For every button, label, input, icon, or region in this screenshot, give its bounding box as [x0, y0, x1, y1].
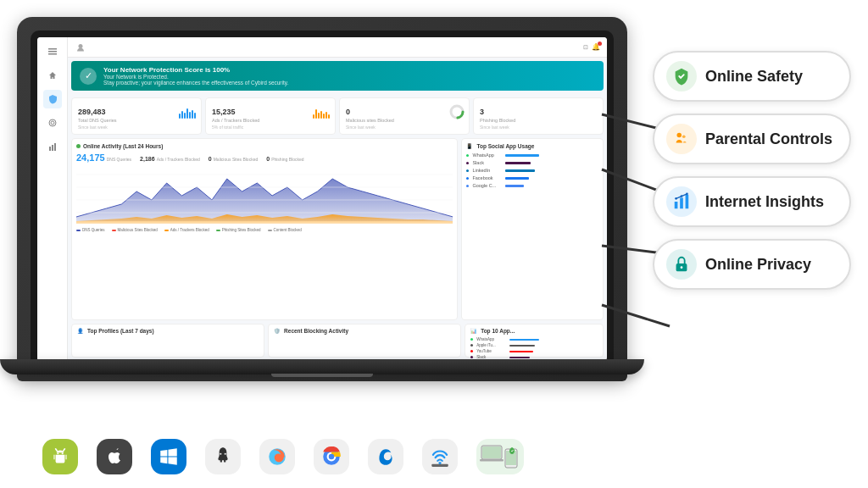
list-item: Slack	[466, 160, 598, 165]
legend-ads: Ads / Trackers Blocked	[164, 228, 209, 232]
android-icon	[49, 446, 71, 468]
chart-svg	[76, 166, 453, 225]
protection-banner: ✓ Your Network Protection Score is 100% …	[71, 61, 604, 91]
svg-point-36	[329, 454, 335, 460]
stat-ads-note: 5% of total traffic	[212, 125, 329, 130]
svg-point-19	[676, 133, 682, 138]
chart-icon	[672, 192, 691, 211]
svg-rect-40	[482, 446, 501, 458]
feature-pill-safety[interactable]: Online Safety	[653, 51, 851, 102]
stat-ads-number: 15,235	[212, 108, 236, 116]
topbar-window-icon[interactable]: ⊡	[583, 44, 588, 51]
chrome-icon	[320, 446, 342, 468]
app-icon-edge[interactable]	[368, 439, 403, 474]
firefox-icon	[266, 446, 288, 468]
svg-point-4	[49, 119, 56, 126]
app-icon-firefox[interactable]	[259, 439, 295, 474]
stat-dns-label: Total DNS Queries	[78, 118, 195, 123]
topbar-bell-icon[interactable]: 🔔	[592, 43, 600, 51]
stat-ads: 15,235 Ads / Trackers Blocked 5% of tota…	[205, 97, 336, 135]
top-apps-card: 📊 Top 10 App... WhatsApp Apple iTu... Yo…	[465, 324, 604, 358]
svg-rect-38	[431, 464, 448, 467]
top-profiles-title: 👤 Top Profiles (Last 7 days)	[77, 328, 259, 334]
svg-point-24	[675, 197, 677, 200]
list-item: YouTube	[470, 349, 598, 353]
topbar-avatar-icon	[75, 42, 86, 53]
parental-icon-circle	[666, 124, 697, 154]
svg-point-28	[681, 266, 683, 269]
app-icon-chrome[interactable]	[314, 439, 349, 474]
svg-rect-7	[54, 143, 56, 151]
sidebar-icon-shield[interactable]	[43, 90, 62, 108]
stat-phishing: 3 Phishing Blocked Since last week	[473, 97, 604, 135]
app-icon-windows[interactable]	[151, 439, 186, 474]
sidebar-icon-settings[interactable]	[43, 114, 62, 132]
stat-malicious-number: 0	[346, 108, 350, 116]
sidebar-icon-menu[interactable]	[43, 42, 62, 61]
shield-check-icon	[672, 67, 691, 86]
activity-chart	[76, 166, 453, 225]
activity-phishing: 0 Phishing Blocked	[266, 156, 303, 162]
stat-ads-label: Ads / Trackers Blocked	[212, 118, 329, 123]
edge-icon	[375, 446, 397, 468]
sidebar-icon-chart[interactable]	[43, 137, 62, 156]
laptop-base	[0, 359, 644, 374]
activity-malicious: 0 Malicious Sites Blocked	[209, 156, 258, 162]
social-apps-title: 📱 Top Social App Usage	[466, 143, 598, 149]
sidebar	[37, 37, 68, 361]
banner-subtitle1: Your Network is Protected.	[103, 74, 288, 80]
router-icon	[429, 446, 451, 468]
list-item: LinkedIn	[466, 168, 598, 173]
check-icon: ✓	[80, 68, 97, 85]
svg-point-25	[681, 195, 683, 197]
legend-dns: DNS Queries	[76, 228, 105, 232]
svg-rect-41	[480, 459, 504, 462]
social-apps-card: 📱 Top Social App Usage WhatsApp	[461, 138, 604, 320]
apple-icon	[104, 446, 125, 467]
svg-point-20	[682, 135, 686, 138]
app-icon-android[interactable]	[42, 439, 78, 474]
svg-point-30	[62, 452, 64, 454]
svg-point-3	[51, 121, 54, 125]
stat-ads-chart	[313, 105, 330, 119]
parental-label: Parental Controls	[705, 130, 832, 148]
svg-rect-22	[680, 197, 683, 208]
laptop-container: ⊡ 🔔 ✓ Your Network Protection Score is 1…	[17, 17, 627, 441]
list-item: Apple iTu...	[470, 343, 598, 347]
screen-bezel: ⊡ 🔔 ✓ Your Network Protection Score is 1…	[31, 30, 614, 368]
svg-rect-23	[686, 195, 689, 209]
top-profiles-card: 👤 Top Profiles (Last 7 days)	[71, 324, 264, 358]
stat-malicious: 0 Malicious sites Blocked Since last wee…	[339, 97, 470, 135]
bottom-row: 👤 Top Profiles (Last 7 days) 🛡️ Recent B…	[71, 324, 604, 361]
stat-dns-chart	[179, 105, 196, 119]
svg-rect-2	[48, 53, 57, 55]
list-item: Facebook	[466, 175, 598, 180]
windows-icon	[158, 446, 180, 468]
svg-point-29	[57, 452, 58, 454]
banner-text: Your Network Protection Score is 100% Yo…	[103, 66, 288, 86]
sidebar-icon-home[interactable]	[43, 66, 62, 85]
feature-pills: Online Safety Parental Controls	[653, 51, 851, 290]
app-icon-devices[interactable]	[476, 439, 524, 474]
svg-rect-0	[48, 48, 57, 50]
feature-pill-privacy[interactable]: Online Privacy	[653, 239, 851, 290]
svg-rect-21	[675, 202, 678, 208]
feature-pill-insights[interactable]: Internet Insights	[653, 176, 851, 227]
top-apps-list: WhatsApp Apple iTu... YouTube Slack	[470, 337, 598, 359]
app-icon-router[interactable]	[422, 439, 458, 474]
privacy-label: Online Privacy	[705, 256, 811, 274]
stat-phishing-since: Since last week	[480, 125, 597, 130]
feature-pill-parental[interactable]: Parental Controls	[653, 114, 851, 164]
devices-icon	[480, 442, 520, 471]
legend-content: Content Blocked	[268, 228, 302, 232]
app-icon-linux[interactable]	[205, 439, 241, 474]
activity-numbers: 24,175 DNS Queries 2,186 Ads / Trackers …	[76, 152, 453, 163]
stat-phishing-number: 3	[480, 108, 484, 116]
stat-malicious-label: Malicious sites Blocked	[346, 118, 463, 123]
top-apps-title: 📊 Top 10 App...	[470, 328, 598, 334]
app-icon-apple[interactable]	[97, 439, 132, 474]
stat-dns-since: Since last week	[78, 125, 195, 130]
stat-malicious-since: Since last week	[346, 125, 463, 130]
svg-rect-5	[49, 147, 51, 151]
activity-card: Online Activity (Last 24 Hours) 24,175 D…	[71, 138, 458, 320]
